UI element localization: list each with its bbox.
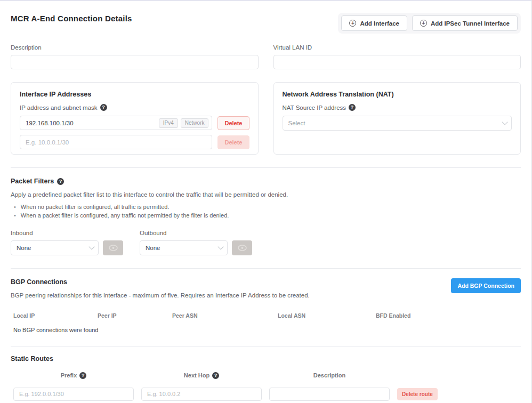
- page-header: MCR A-End Connection Details + Add Inter…: [11, 13, 521, 34]
- help-icon[interactable]: ?: [349, 104, 356, 111]
- ipv4-badge: IPv4: [159, 118, 178, 128]
- eye-icon: [238, 245, 247, 251]
- ip-subnet-label: IP address and subnet mask ?: [20, 104, 249, 111]
- add-ipsec-tunnel-label: Add IPSec Tunnel Interface: [431, 20, 510, 27]
- mcr-connection-details-panel: MCR A-End Connection Details + Add Inter…: [0, 0, 532, 403]
- packet-filters-section: Packet Filters ? Apply a predefined pack…: [11, 178, 521, 255]
- bgp-description: BGP peering relationships for this inter…: [11, 292, 310, 299]
- packet-filters-title-text: Packet Filters: [11, 178, 54, 185]
- static-routes-title: Static Routes: [11, 355, 521, 362]
- bgp-title: BGP Connections: [11, 278, 310, 286]
- nat-select-placeholder: Select: [288, 120, 305, 126]
- help-icon[interactable]: ?: [212, 372, 219, 379]
- plus-circle-icon: +: [349, 20, 356, 27]
- chevron-down-icon: [502, 119, 507, 125]
- network-badge: Network: [181, 118, 209, 128]
- delete-route-button[interactable]: Delete route: [397, 388, 438, 400]
- prefix-input[interactable]: [13, 388, 134, 401]
- filters-row: Inbound None Outbound: [11, 230, 521, 255]
- ip-address-row: Delete: [20, 135, 249, 149]
- add-interface-label: Add Interface: [360, 20, 399, 27]
- bgp-table-header: Local IP Peer IP Peer ASN Local ASN BFD …: [11, 312, 521, 319]
- ip-address-row: IPv4 Network Delete: [20, 116, 249, 130]
- description-input[interactable]: [11, 55, 259, 69]
- header-action-group: + Add Interface + Add IPSec Tunnel Inter…: [338, 13, 521, 34]
- bgp-section: BGP Connections BGP peering relationship…: [11, 278, 521, 333]
- next-hop-label-text: Next Hop: [184, 372, 209, 378]
- outbound-label: Outbound: [140, 230, 260, 236]
- help-icon[interactable]: ?: [57, 178, 64, 185]
- bgp-col-local-ip: Local IP: [13, 312, 98, 319]
- page-title: MCR A-End Connection Details: [11, 13, 132, 23]
- add-bgp-connection-button[interactable]: Add BGP Connection: [451, 278, 521, 293]
- section-divider: [11, 167, 521, 168]
- plus-circle-icon: +: [420, 20, 427, 27]
- inbound-filter-select[interactable]: None: [11, 240, 99, 255]
- chevron-down-icon: [88, 244, 94, 249]
- vlan-input[interactable]: [273, 55, 521, 69]
- delete-ip-button-disabled: Delete: [217, 135, 249, 149]
- bullet-item: When no packet filter is configured, all…: [11, 203, 521, 212]
- eye-icon: [109, 245, 118, 251]
- bgp-col-peer-asn: Peer ASN: [172, 312, 278, 319]
- nat-card: Network Address Translation (NAT) NAT So…: [273, 82, 521, 155]
- ip-subnet-label-text: IP address and subnet mask: [20, 104, 98, 111]
- delete-ip-button[interactable]: Delete: [217, 116, 249, 130]
- ip-address-input-empty[interactable]: [20, 135, 212, 149]
- static-routes-column-labels: Prefix ? Next Hop ? Description: [11, 372, 521, 379]
- inbound-filter-value: None: [17, 245, 31, 251]
- top-fields-row: Description Virtual LAN ID: [11, 44, 521, 69]
- nat-source-ip-select[interactable]: Select: [283, 116, 512, 131]
- nat-source-ip-label: NAT Source IP address ?: [283, 104, 512, 111]
- section-divider: [11, 346, 521, 346]
- inbound-label: Inbound: [11, 230, 131, 236]
- static-route-row: Delete route: [11, 388, 521, 401]
- packet-filters-description: Apply a predefined packet filter list to…: [11, 191, 521, 198]
- add-interface-button[interactable]: + Add Interface: [341, 15, 407, 31]
- section-divider: [11, 268, 521, 269]
- bgp-empty-message: No BGP connections were found: [11, 327, 521, 333]
- chevron-down-icon: [217, 244, 223, 249]
- nat-source-ip-label-text: NAT Source IP address: [283, 104, 346, 111]
- prefix-label-text: Prefix: [61, 372, 77, 378]
- help-icon[interactable]: ?: [79, 372, 86, 379]
- outbound-preview-button[interactable]: [232, 240, 252, 255]
- bgp-col-bfd-enabled: BFD Enabled: [376, 312, 410, 319]
- vlan-label: Virtual LAN ID: [273, 44, 521, 51]
- add-ipsec-tunnel-button[interactable]: + Add IPSec Tunnel Interface: [412, 15, 518, 31]
- outbound-filter-select[interactable]: None: [140, 240, 228, 255]
- bullet-item: When a packet filter is configured, any …: [11, 212, 521, 220]
- ip-badges: IPv4 Network: [159, 118, 209, 128]
- description-label: Description: [11, 44, 259, 51]
- nat-title: Network Address Translation (NAT): [283, 91, 512, 98]
- packet-filters-title: Packet Filters ?: [11, 178, 521, 185]
- interface-ip-title: Interface IP Addresses: [20, 91, 249, 98]
- packet-filters-bullets: When no packet filter is configured, all…: [11, 203, 521, 220]
- cards-row: Interface IP Addresses IP address and su…: [11, 82, 521, 155]
- description-column-label: Description: [269, 372, 390, 379]
- inbound-preview-button[interactable]: [103, 240, 123, 255]
- description-label-text: Description: [313, 372, 346, 378]
- interface-ip-card: Interface IP Addresses IP address and su…: [11, 82, 259, 155]
- static-routes-section: Static Routes Prefix ? Next Hop ? Descri…: [11, 355, 521, 401]
- route-description-input[interactable]: [269, 388, 390, 401]
- bgp-col-peer-ip: Peer IP: [98, 312, 172, 319]
- outbound-filter-value: None: [146, 245, 160, 251]
- help-icon[interactable]: ?: [100, 104, 107, 111]
- next-hop-input[interactable]: [141, 388, 262, 401]
- prefix-column-label: Prefix ?: [13, 372, 134, 379]
- bgp-col-local-asn: Local ASN: [278, 312, 376, 319]
- next-hop-column-label: Next Hop ?: [141, 372, 262, 379]
